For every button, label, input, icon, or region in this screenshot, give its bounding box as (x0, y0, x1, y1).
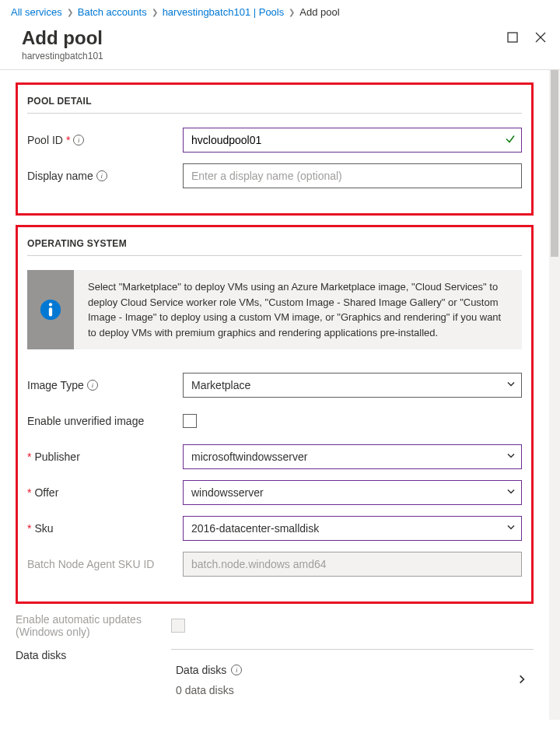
enable-unverified-label: Enable unverified image (27, 415, 183, 427)
section-pool-detail: POOL DETAIL Pool ID * i Display name i (16, 82, 534, 216)
chevron-right-icon (516, 674, 534, 687)
svg-rect-0 (508, 33, 517, 42)
offer-label: *Offer (27, 486, 183, 499)
info-icon[interactable]: i (87, 380, 98, 391)
image-type-label: Image Type i (27, 379, 183, 391)
content-area: POOL DETAIL Pool ID * i Display name i (0, 70, 549, 720)
required-asterisk: * (27, 522, 31, 535)
publisher-select[interactable]: microsoftwindowsserver (183, 444, 522, 469)
image-type-select[interactable]: Marketplace (183, 373, 522, 398)
offer-select[interactable]: windowsserver (183, 480, 522, 505)
breadcrumb: All services ❯ Batch accounts ❯ harvesti… (0, 0, 560, 24)
info-callout-icon (27, 270, 74, 349)
agent-sku-input (183, 552, 522, 577)
page-subtitle: harvestingbatch101 (22, 51, 103, 61)
breadcrumb-link-batch-accounts[interactable]: Batch accounts (78, 6, 147, 18)
display-name-input[interactable] (183, 163, 522, 188)
required-asterisk: * (66, 134, 70, 146)
breadcrumb-current: Add pool (299, 6, 339, 18)
required-asterisk: * (27, 451, 31, 463)
agent-sku-label: Batch Node Agent SKU ID (27, 558, 183, 570)
info-icon[interactable]: i (73, 135, 84, 146)
section-title-os: OPERATING SYSTEM (27, 238, 522, 256)
page-title: Add pool (22, 27, 103, 49)
svg-rect-5 (49, 307, 52, 316)
info-icon[interactable]: i (231, 665, 242, 675)
publisher-label: *Publisher (27, 451, 183, 463)
enable-unverified-checkbox[interactable] (183, 414, 197, 428)
chevron-right-icon: ❯ (152, 8, 158, 16)
checkmark-icon (505, 134, 516, 147)
restore-window-button[interactable] (506, 30, 520, 44)
info-callout-text: Select "Marketplace" to deploy VMs using… (74, 270, 522, 349)
pool-id-label: Pool ID * i (27, 134, 183, 146)
section-title-pool-detail: POOL DETAIL (27, 96, 522, 114)
auto-updates-checkbox (171, 619, 185, 633)
info-icon[interactable]: i (96, 170, 107, 181)
breadcrumb-link-all-services[interactable]: All services (11, 6, 62, 18)
section-operating-system: OPERATING SYSTEM Select "Marketplace" to… (16, 225, 534, 604)
breadcrumb-link-pools[interactable]: harvestingbatch101 | Pools (163, 6, 285, 18)
data-disks-label: Data disks (16, 649, 171, 661)
sku-label: *Sku (27, 522, 183, 535)
required-asterisk: * (27, 486, 31, 499)
pool-id-input[interactable] (183, 128, 522, 153)
scrollbar-thumb[interactable] (551, 70, 558, 257)
display-name-label: Display name i (27, 170, 183, 182)
info-callout: Select "Marketplace" to deploy VMs using… (27, 270, 522, 349)
pane-header: Add pool harvestingbatch101 (0, 24, 560, 70)
close-button[interactable] (534, 30, 548, 44)
chevron-right-icon: ❯ (67, 8, 73, 16)
svg-point-4 (49, 303, 52, 306)
sku-select[interactable]: 2016-datacenter-smalldisk (183, 516, 522, 541)
data-disks-expand[interactable]: Data disks i 0 data disks (171, 649, 534, 696)
chevron-right-icon: ❯ (289, 8, 295, 16)
auto-updates-label: Enable automatic updates (Windows only) (16, 613, 171, 638)
scrollbar[interactable] (549, 70, 560, 720)
